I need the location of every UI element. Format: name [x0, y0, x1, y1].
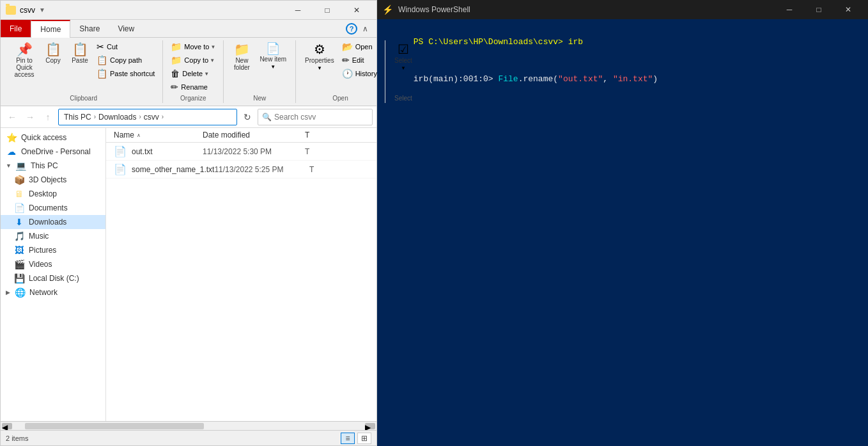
path-csvv[interactable]: csvv	[144, 113, 159, 122]
maximize-button[interactable]: □	[313, 1, 342, 20]
paste-button[interactable]: 📋 Paste	[67, 40, 93, 67]
tab-home[interactable]: Home	[31, 20, 70, 38]
new-folder-icon: 📁	[234, 43, 250, 56]
forward-button[interactable]: →	[22, 109, 38, 125]
col-date-header[interactable]: Date modified	[203, 131, 305, 139]
sidebar-item-documents[interactable]: 📄 Documents	[1, 201, 105, 215]
tab-share[interactable]: Share	[70, 20, 109, 37]
ps-maximize-button[interactable]: □	[804, 0, 833, 19]
sidebar-item-3d-objects[interactable]: 📦 3D Objects	[1, 173, 105, 187]
sidebar-item-quick-access[interactable]: ⭐ Quick access	[1, 131, 105, 145]
open-group-inner: ⚙ Properties ▼ 📂 Open ✏ Edit	[301, 40, 380, 93]
minimize-button[interactable]: ─	[283, 1, 313, 20]
open-button[interactable]: 📂 Open	[339, 40, 380, 53]
paste-shortcut-button[interactable]: 📋 Paste shortcut	[94, 67, 157, 80]
sidebar-item-music[interactable]: 🎵 Music	[1, 229, 105, 243]
properties-button[interactable]: ⚙ Properties ▼	[301, 40, 338, 74]
ribbon-content: 📌 Pin to Quick access 📋 Copy 📋 Paste	[1, 38, 376, 106]
up-button[interactable]: ↑	[40, 109, 56, 125]
sidebar-item-this-pc[interactable]: ▼ 💻 This PC	[1, 159, 105, 173]
path-downloads[interactable]: Downloads	[98, 113, 136, 122]
col-name-label: Name	[114, 131, 134, 139]
col-name-header[interactable]: Name ∧	[114, 131, 203, 139]
list-view-button[interactable]: ≡	[341, 433, 355, 444]
file-explorer: csvv ▼ ─ □ ✕ File Home Share View ? ∧	[0, 0, 377, 446]
copy-to-button[interactable]: 📁 Copy to ▼	[168, 54, 218, 67]
sidebar-item-videos[interactable]: 🎬 Videos	[1, 257, 105, 271]
powershell-window: ⚡ Windows PowerShell ─ □ ✕ PS C:\Users\H…	[377, 0, 868, 446]
sidebar: ⭐ Quick access ☁ OneDrive - Personal ▼ 💻…	[1, 128, 106, 421]
scroll-thumb[interactable]	[25, 423, 204, 429]
scroll-left-btn[interactable]: ◀	[2, 423, 12, 429]
file-type-1: T	[309, 165, 369, 174]
file-item-0[interactable]: 📄 out.txt 11/13/2022 5:30 PM T	[106, 143, 376, 161]
back-button[interactable]: ←	[4, 109, 20, 125]
folder-icon	[6, 6, 16, 15]
search-input[interactable]	[274, 113, 368, 122]
search-box[interactable]: 🔍	[258, 109, 373, 125]
ribbon-collapse-button[interactable]: ∧	[357, 21, 373, 36]
sidebar-item-downloads[interactable]: ⬇ Downloads	[1, 215, 105, 229]
help-button[interactable]: ?	[346, 23, 357, 35]
clipboard-group: 📌 Pin to Quick access 📋 Copy 📋 Paste	[4, 40, 163, 103]
path-this-pc[interactable]: This PC	[64, 113, 91, 122]
ps-minimize-button[interactable]: ─	[775, 0, 804, 19]
view-controls: ≡ ⊞	[341, 433, 371, 444]
details-view-button[interactable]: ⊞	[357, 433, 371, 444]
ps-code-paren: )	[653, 74, 658, 84]
move-to-button[interactable]: 📁 Move to ▼	[168, 40, 218, 53]
new-folder-button[interactable]: 📁 New folder	[229, 40, 254, 74]
onedrive-icon: ☁	[6, 147, 17, 157]
col-type-header[interactable]: T	[305, 131, 369, 139]
close-button[interactable]: ✕	[342, 1, 371, 20]
sidebar-item-network[interactable]: ▶ 🌐 Network	[1, 285, 105, 299]
copy-path-button[interactable]: 📋 Copy path	[94, 54, 157, 67]
ps-code-arg2: "in.txt"	[613, 74, 653, 84]
file-name-1: some_other_name_1.txt	[132, 165, 214, 174]
ps-prompt-2: irb(main):001:0>	[414, 74, 499, 84]
copy-to-chevron: ▼	[210, 58, 215, 63]
copy-button[interactable]: 📋 Copy	[40, 40, 66, 67]
organize-group: 📁 Move to ▼ 📁 Copy to ▼ 🗑 Delete	[163, 40, 224, 103]
ps-title-controls: ─ □ ✕	[775, 0, 863, 19]
tab-view[interactable]: View	[109, 20, 143, 37]
select-group-inner: ☑ Select ▼	[391, 40, 416, 93]
address-path[interactable]: This PC › Downloads › csvv ›	[58, 109, 237, 125]
documents-icon: 📄	[13, 203, 25, 213]
sidebar-item-desktop[interactable]: 🖥 Desktop	[1, 187, 105, 201]
pin-icon: 📌	[17, 43, 33, 56]
new-folder-label: New folder	[234, 57, 250, 71]
copy-to-icon: 📁	[171, 55, 182, 65]
copy-path-label: Copy path	[110, 56, 142, 64]
history-button[interactable]: 🕐 History	[339, 67, 380, 80]
edit-button[interactable]: ✏ Edit	[339, 54, 380, 67]
delete-button[interactable]: 🗑 Delete ▼	[168, 67, 218, 80]
onedrive-label: OneDrive - Personal	[21, 147, 91, 156]
new-item-button[interactable]: 📄 New item ▼	[256, 40, 290, 72]
pin-quick-access-button[interactable]: 📌 Pin to Quick access	[10, 40, 39, 81]
file-item-1[interactable]: 📄 some_other_name_1.txt 11/13/2022 5:25 …	[106, 161, 376, 179]
ps-content[interactable]: PS C:\Users\HP\Downloads\csvv> irb irb(m…	[377, 19, 868, 446]
horizontal-scrollbar[interactable]: ◀ ▶	[1, 421, 376, 430]
rename-button[interactable]: ✏ Rename	[168, 81, 218, 93]
sort-arrow: ∧	[137, 132, 141, 138]
tab-file[interactable]: File	[1, 20, 31, 37]
sidebar-item-onedrive[interactable]: ☁ OneDrive - Personal	[1, 145, 105, 159]
paste-shortcut-label: Paste shortcut	[110, 70, 155, 77]
this-pc-label: This PC	[31, 161, 58, 170]
videos-icon: 🎬	[13, 259, 25, 269]
pictures-icon: 🖼	[13, 245, 25, 255]
explorer-title-bar: csvv ▼ ─ □ ✕	[1, 1, 376, 20]
videos-label: Videos	[29, 260, 52, 269]
new-group: 📁 New folder 📄 New item ▼ New	[224, 40, 296, 103]
ps-close-button[interactable]: ✕	[833, 0, 863, 19]
scroll-right-btn[interactable]: ▶	[365, 423, 375, 429]
refresh-button[interactable]: ↻	[240, 109, 255, 125]
cut-button[interactable]: ✂ Cut	[94, 40, 157, 53]
open-group: ⚙ Properties ▼ 📂 Open ✏ Edit	[296, 40, 385, 103]
history-label: History	[355, 70, 377, 77]
sidebar-item-pictures[interactable]: 🖼 Pictures	[1, 243, 105, 257]
select-all-button[interactable]: ☑ Select ▼	[391, 40, 416, 74]
sidebar-item-local-disk[interactable]: 💾 Local Disk (C:)	[1, 271, 105, 285]
col-type-label: T	[305, 131, 309, 139]
